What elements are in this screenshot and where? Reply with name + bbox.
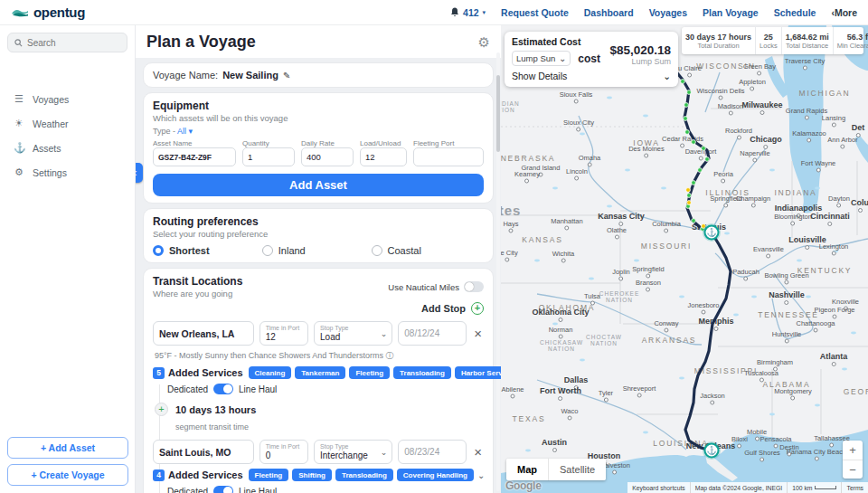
map-label: MISSOURI xyxy=(641,242,692,251)
stop-row-new-orleans: New Orleans, LA Time in Port 12 Stop Typ… xyxy=(153,321,484,346)
search-icon xyxy=(14,39,23,47)
map-data-attribution: Map data ©2024 Google, INEGI xyxy=(690,482,787,493)
add-asset-button[interactable]: Add Asset xyxy=(153,174,484,196)
quantity-input[interactable] xyxy=(242,147,295,166)
map-label: Green Bay xyxy=(743,62,776,76)
map-label: New Orleans xyxy=(686,441,736,456)
segment-transit: + 10 days 13 hourssegment transit time xyxy=(155,401,484,433)
radio-shortest[interactable]: Shortest xyxy=(153,245,262,256)
map-label: LOUISIANA xyxy=(653,439,709,448)
collapse-panel-button[interactable]: ‹ xyxy=(136,163,143,183)
map-label: Mobile xyxy=(747,428,767,441)
weather-icon: ☀ xyxy=(14,118,24,129)
notifications[interactable]: 412 ▾ xyxy=(450,7,486,18)
nav-voyages[interactable]: Voyages xyxy=(649,7,687,18)
map-labels-layer: WISCONSINMICHIGANIOWANEBRASKAILLINOISIND… xyxy=(501,25,868,493)
time-in-port-field[interactable]: Time in Port 0 xyxy=(259,440,308,464)
sidebar-item-weather[interactable]: ☀Weather xyxy=(0,111,135,136)
search-input[interactable] xyxy=(27,38,118,48)
map-panel[interactable]: WISCONSINMICHIGANIOWANEBRASKAILLINOISIND… xyxy=(501,25,868,493)
caret-down-icon: ▾ xyxy=(483,9,486,16)
map-label: Jonesboro xyxy=(687,301,719,315)
service-chip[interactable]: Fleeting xyxy=(249,469,289,481)
service-chip[interactable]: Tankerman xyxy=(295,366,345,379)
segment-plus-icon[interactable]: + xyxy=(155,403,168,416)
remove-stop-icon[interactable]: × xyxy=(472,326,484,341)
add-stop[interactable]: Add Stop+ xyxy=(153,302,484,315)
map-label: Conway xyxy=(654,319,678,333)
map-label: Destin xyxy=(779,443,798,457)
time-in-port-field[interactable]: Time in Port 12 xyxy=(259,321,308,346)
nav-more[interactable]: ‹More xyxy=(831,7,857,18)
service-chip[interactable]: Cleaning xyxy=(249,366,292,379)
info-icon[interactable]: ⓘ xyxy=(386,351,394,360)
map-view-button[interactable]: Map xyxy=(506,459,548,480)
cost-mode-select[interactable]: Lump Sun⌄ xyxy=(512,51,571,66)
add-asset-sidebar-button[interactable]: + Add Asset xyxy=(7,437,128,459)
fleeting-port-input[interactable] xyxy=(413,147,484,166)
date-input[interactable]: 08/12/24 xyxy=(398,321,467,346)
expand-services-icon[interactable]: ⌄ xyxy=(477,470,485,480)
scrollbar[interactable] xyxy=(496,52,500,491)
sidebar-item-settings[interactable]: ⚙Settings xyxy=(0,160,135,185)
settings-gear-icon[interactable]: ⚙ xyxy=(478,34,490,51)
map-label: CHEROKEE xyxy=(599,290,639,297)
satellite-view-button[interactable]: Satellite xyxy=(548,459,606,480)
stat-locks: 25Locks xyxy=(755,27,781,54)
service-chip[interactable]: Transloading xyxy=(393,366,451,379)
stop-type-select[interactable]: Stop Type Interchange ⌄ xyxy=(314,440,392,464)
terms-link[interactable]: Terms xyxy=(841,482,868,493)
voyage-name-label: Voyage Name: xyxy=(153,70,218,81)
line-haul-toggle[interactable] xyxy=(213,486,233,493)
ship-icon: ⚓ xyxy=(14,142,24,154)
sidebar-item-voyages[interactable]: ☰Voyages xyxy=(0,87,135,111)
radio-inland[interactable]: Inland xyxy=(262,245,372,256)
map-label: KENTUCKY xyxy=(797,266,853,275)
nav-schedule[interactable]: Schedule xyxy=(774,7,816,18)
service-chip[interactable]: Harbor Service xyxy=(455,366,501,379)
map-label: Jackson xyxy=(700,392,725,405)
scale-bar xyxy=(815,486,836,489)
sidebar-item-assets[interactable]: ⚓Assets xyxy=(0,136,135,160)
type-filter[interactable]: Type - All ▾ xyxy=(153,127,484,136)
edit-voyage-name-icon[interactable]: ✎ xyxy=(283,71,290,81)
nautical-miles-toggle[interactable] xyxy=(464,281,484,292)
nav-plan-voyage[interactable]: Plan Voyage xyxy=(703,7,759,18)
service-chip[interactable]: Shifting xyxy=(292,469,332,481)
service-chip[interactable]: Transloading xyxy=(335,469,393,481)
search-box[interactable] xyxy=(7,33,127,52)
radio-icon xyxy=(262,245,273,256)
line-haul-toggle[interactable] xyxy=(213,384,233,394)
asset-name-input[interactable] xyxy=(153,147,236,166)
zoom-out-button[interactable]: − xyxy=(843,460,863,479)
map-label: Knoxville xyxy=(832,298,859,311)
service-chip[interactable]: Fleeting xyxy=(349,366,390,379)
location-input[interactable]: New Orleans, LA xyxy=(153,321,254,346)
transit-subtitle: Where are you going xyxy=(153,289,242,299)
map-label: Montgomery xyxy=(774,387,812,401)
date-input[interactable]: 08/23/24 xyxy=(398,440,467,464)
add-stop-plus-icon[interactable]: + xyxy=(471,302,484,315)
estimated-cost-card: Estimated Cost Lump Sun⌄ cost $85,020.18… xyxy=(505,32,678,87)
nav-request-quote[interactable]: Request Quote xyxy=(501,7,569,18)
stop-type-select[interactable]: Stop Type Load ⌄ xyxy=(314,321,392,346)
show-details[interactable]: Show Details⌄ xyxy=(512,71,671,81)
load-unload-input[interactable] xyxy=(360,147,407,166)
daily-rate-input[interactable] xyxy=(301,147,354,166)
map-label: Kansas City xyxy=(598,212,645,226)
radio-coastal[interactable]: Coastal xyxy=(372,245,481,256)
map-label: TEXAS xyxy=(513,414,546,423)
keyboard-shortcuts-link[interactable]: Keyboard shortcuts xyxy=(627,482,690,493)
zoom-in-button[interactable]: + xyxy=(843,441,863,460)
service-chip[interactable]: Covering Handling xyxy=(397,469,474,481)
map-label: WISCONSIN xyxy=(696,62,755,71)
scrollbar-thumb[interactable] xyxy=(496,75,500,152)
create-voyage-button[interactable]: + Create Voyage xyxy=(7,464,128,486)
top-bar: opentug 412 ▾ Request Quote Dashboard Vo… xyxy=(0,0,868,25)
nav-dashboard[interactable]: Dashboard xyxy=(584,7,634,18)
col-daily-rate[interactable]: Daily Rate xyxy=(301,139,354,147)
opentug-logo[interactable]: opentug xyxy=(11,5,85,20)
location-input[interactable]: Saint Louis, MO xyxy=(153,440,254,464)
map-label: Olathe xyxy=(607,226,627,240)
remove-stop-icon[interactable]: × xyxy=(472,444,484,460)
